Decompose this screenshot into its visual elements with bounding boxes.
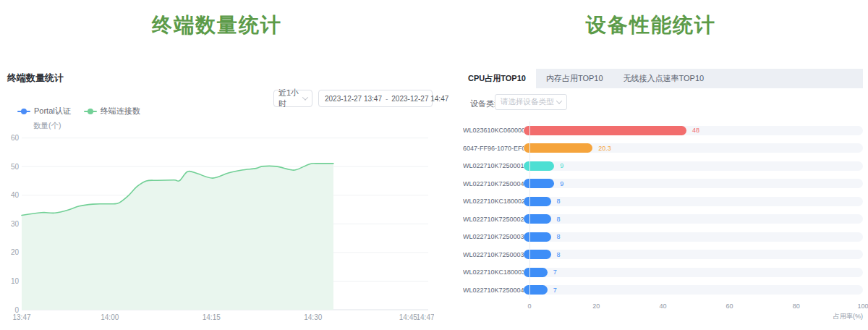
bar-value-label: 48 xyxy=(692,127,699,134)
legend-label: Portal认证 xyxy=(34,106,71,117)
bar-value-label: 8 xyxy=(557,216,561,223)
y-tick-label: 0 xyxy=(14,306,19,314)
bar-track: 8 xyxy=(524,250,863,259)
bar-row: WL022710KC180002808 xyxy=(463,192,863,211)
bar-row: WL022710KC180003727 xyxy=(463,263,863,282)
bar[interactable] xyxy=(524,214,551,224)
bar[interactable] xyxy=(524,285,548,295)
bar-row: WL022710K7250003698 xyxy=(463,246,863,264)
legend-marker-icon xyxy=(17,111,30,112)
bar-row: WL022710K7250004707 xyxy=(463,282,863,300)
bar-x-tick-label: 40 xyxy=(659,302,666,310)
bar-value-label: 8 xyxy=(557,251,561,258)
bar-category-label: WL022710K725000369 xyxy=(463,251,524,258)
terminal-stats-page-title: 终端数量统计 xyxy=(0,12,434,39)
bar-value-label: 7 xyxy=(553,268,557,276)
bar-value-label: 7 xyxy=(553,287,557,294)
device-type-placeholder: 请选择设备类型 xyxy=(501,97,554,107)
bar-category-label: WL022710K725000272 xyxy=(463,216,524,223)
bar-category-label: WL022710K725000409 xyxy=(463,180,524,187)
y-tick-label: 50 xyxy=(11,163,20,171)
datetime-range-picker[interactable]: 2023-12-27 13:47 - 2023-12-27 14:47 xyxy=(318,90,433,107)
chart-legend: Portal认证终端连接数 xyxy=(17,106,140,117)
x-tick-label: 14:47 xyxy=(416,313,434,321)
bar-category-label: WL022710K725000470 xyxy=(463,287,524,294)
bar-row: WL023610KC0600004348 xyxy=(463,122,863,140)
y-tick-label: 20 xyxy=(11,248,20,256)
chevron-down-icon xyxy=(556,98,562,103)
bar-x-tick-label: 20 xyxy=(592,302,600,310)
bar-track: 8 xyxy=(524,197,863,206)
y-tick-label: 40 xyxy=(11,191,20,199)
bar-x-tick-label: 80 xyxy=(793,302,800,310)
time-range-select-value: 近1小时 xyxy=(278,88,303,109)
bar-x-tick-label: 0 xyxy=(527,302,531,310)
chevron-down-icon xyxy=(302,94,308,100)
legend-item-1[interactable]: 终端连接数 xyxy=(84,106,140,117)
legend-item-0[interactable]: Portal认证 xyxy=(17,106,71,117)
bar-track: 8 xyxy=(524,214,863,224)
bar[interactable] xyxy=(524,161,554,171)
x-tick-label: 14:45 xyxy=(399,313,417,321)
bar-category-label: WL022710KC18000372 xyxy=(463,268,524,276)
bar-category-label: WL023610KC06000043 xyxy=(463,127,524,134)
bar[interactable] xyxy=(524,126,686,135)
x-tick-label: 14:00 xyxy=(101,313,119,321)
bar-value-label: 8 xyxy=(557,233,561,240)
bar-row: WL022710K7250001029 xyxy=(463,157,863,175)
legend-marker-icon xyxy=(84,111,97,112)
bar-track: 8 xyxy=(524,232,863,242)
series-area-1 xyxy=(22,164,333,310)
bar-category-label: WL022710KC18000280 xyxy=(463,198,524,205)
bar[interactable] xyxy=(524,250,551,259)
x-tick-label: 14:15 xyxy=(203,313,221,321)
date-end: 2023-12-27 14:47 xyxy=(391,95,448,103)
bar-track: 7 xyxy=(524,268,863,277)
bar-row: WL022710K7250002728 xyxy=(463,211,863,229)
y-tick-label: 10 xyxy=(11,277,20,285)
bar-category-label: WL022710K725000102 xyxy=(463,162,524,169)
bar-row: WL022710K7250004099 xyxy=(463,175,863,193)
time-range-select[interactable]: 近1小时 xyxy=(273,90,312,107)
bar[interactable] xyxy=(524,179,554,188)
device-perf-page-title: 设备性能统计 xyxy=(434,12,868,39)
perf-tab-bar: CPU占用TOP10内存占用TOP10无线接入点速率TOP10 xyxy=(458,69,863,88)
bar-track: 20.3 xyxy=(524,143,863,153)
x-tick-label: 13:47 xyxy=(12,313,30,321)
bar-value-label: 9 xyxy=(560,180,563,187)
y-tick-label: 60 xyxy=(11,134,20,142)
bar-track: 7 xyxy=(524,285,863,295)
tab-1[interactable]: 内存占用TOP10 xyxy=(536,69,613,88)
bar[interactable] xyxy=(524,197,551,206)
tab-2[interactable]: 无线接入点速率TOP10 xyxy=(613,69,715,88)
bar[interactable] xyxy=(524,268,548,277)
tab-0[interactable]: CPU占用TOP10 xyxy=(458,69,536,88)
x-tick-label: 14:30 xyxy=(304,313,322,321)
y-tick-label: 30 xyxy=(11,220,20,228)
bar-category-label: 6047-FF96-1070-EF0A xyxy=(463,145,524,152)
terminal-count-area-chart[interactable]: 010203040506013:4714:0014:1514:3014:4514… xyxy=(0,127,434,329)
device-type-select[interactable]: 请选择设备类型 xyxy=(495,94,567,110)
bar-category-label: WL022710K725000307 xyxy=(463,233,524,240)
cpu-top10-bar-chart: WL023610KC06000043486047-FF96-1070-EF0A2… xyxy=(463,122,863,299)
bar-value-label: 9 xyxy=(560,162,563,169)
bar-track: 9 xyxy=(524,179,863,188)
bar-row: 6047-FF96-1070-EF0A20.3 xyxy=(463,140,863,158)
bar-chart-axis-line xyxy=(529,122,530,299)
terminal-stats-card-header: 终端数量统计 xyxy=(7,72,64,85)
bar[interactable] xyxy=(524,143,592,153)
bar[interactable] xyxy=(524,232,551,242)
bar-track: 9 xyxy=(524,161,863,171)
date-separator: - xyxy=(386,95,388,103)
bar-row: WL022710K7250003078 xyxy=(463,228,863,246)
bar-value-label: 20.3 xyxy=(598,145,611,152)
bar-track: 48 xyxy=(524,126,863,135)
bar-chart-x-axis: 020406080100 xyxy=(529,302,863,311)
bar-value-label: 8 xyxy=(557,198,561,205)
bar-x-tick-label: 100 xyxy=(857,302,868,310)
date-start: 2023-12-27 13:47 xyxy=(325,95,382,103)
bar-chart-x-axis-name: 占用率(%) xyxy=(529,312,863,321)
legend-label: 终端连接数 xyxy=(101,106,140,117)
bar-x-tick-label: 60 xyxy=(726,302,733,310)
